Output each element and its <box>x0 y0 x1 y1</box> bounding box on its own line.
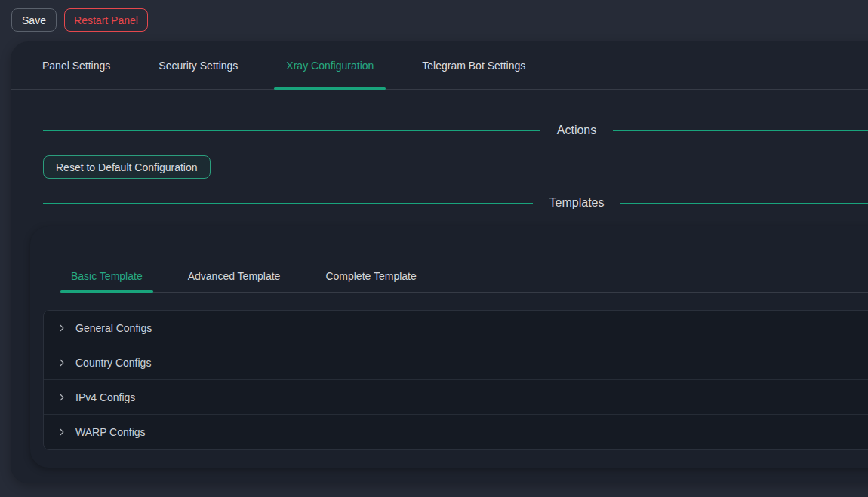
collapse-header-country-configs[interactable]: Country Configs <box>44 345 868 380</box>
actions-section: Reset to Default Configuration <box>43 155 868 179</box>
templates-card: Basic Template Advanced Template Complet… <box>30 226 868 468</box>
divider-line <box>620 203 868 204</box>
xray-configuration-panel: Actions Reset to Default Configuration T… <box>11 123 868 468</box>
collapse-label: Country Configs <box>75 357 151 369</box>
tab-telegram-bot-settings[interactable]: Telegram Bot Settings <box>410 41 537 89</box>
save-button[interactable]: Save <box>11 8 57 32</box>
chevron-right-icon <box>57 324 66 333</box>
template-tabs: Basic Template Advanced Template Complet… <box>60 261 868 293</box>
tab-complete-template[interactable]: Complete Template <box>315 261 426 292</box>
collapse-label: General Configs <box>75 322 152 334</box>
actions-divider: Actions <box>43 123 868 138</box>
templates-divider: Templates <box>43 195 868 210</box>
main-tabs: Panel Settings Security Settings Xray Co… <box>11 41 868 90</box>
collapse-label: WARP Configs <box>75 426 146 438</box>
collapse-header-ipv4-configs[interactable]: IPv4 Configs <box>44 380 868 415</box>
divider-line <box>43 203 533 204</box>
collapse-header-general-configs[interactable]: General Configs <box>44 311 868 345</box>
chevron-right-icon <box>57 393 66 402</box>
settings-card: Panel Settings Security Settings Xray Co… <box>11 41 868 483</box>
collapse-label: IPv4 Configs <box>75 391 135 403</box>
tab-advanced-template[interactable]: Advanced Template <box>177 261 291 292</box>
chevron-right-icon <box>57 428 66 437</box>
reset-default-configuration-button[interactable]: Reset to Default Configuration <box>43 155 211 179</box>
divider-line <box>43 130 540 131</box>
configs-collapse: General Configs Country Configs <box>43 310 868 450</box>
tab-xray-configuration[interactable]: Xray Configuration <box>274 41 386 89</box>
tab-security-settings[interactable]: Security Settings <box>146 41 250 89</box>
divider-line <box>613 130 868 131</box>
templates-divider-label: Templates <box>533 196 621 210</box>
chevron-right-icon <box>57 358 66 367</box>
restart-panel-button[interactable]: Restart Panel <box>64 8 148 32</box>
collapse-header-warp-configs[interactable]: WARP Configs <box>44 415 868 449</box>
tab-basic-template[interactable]: Basic Template <box>60 261 153 292</box>
tab-panel-settings[interactable]: Panel Settings <box>30 41 122 89</box>
actions-divider-label: Actions <box>540 124 613 137</box>
topbar: Save Restart Panel <box>0 0 868 41</box>
